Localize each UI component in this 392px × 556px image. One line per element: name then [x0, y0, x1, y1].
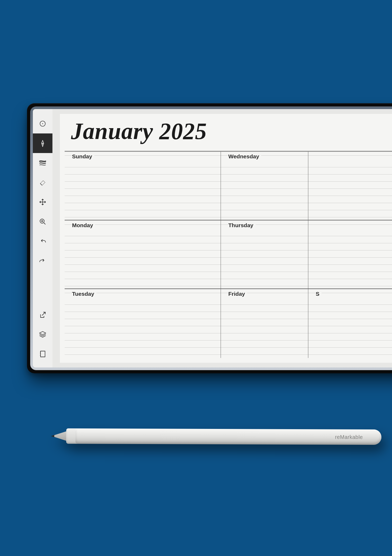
zoom-in-icon[interactable]: [33, 212, 52, 231]
day-cell-wednesday[interactable]: Wednesday: [221, 152, 308, 221]
day-label: Thursday: [228, 222, 256, 228]
day-cell-blank[interactable]: [308, 152, 392, 221]
tablet-bezel: January 2025 Sunday Wednesday: [30, 106, 392, 370]
layers-icon[interactable]: [33, 325, 52, 344]
day-cell-monday[interactable]: Monday: [65, 221, 221, 289]
toolbar: [33, 109, 52, 367]
svg-rect-3: [41, 351, 45, 357]
undo-icon[interactable]: [33, 231, 52, 251]
day-cell-blank[interactable]: [308, 221, 392, 289]
day-cell-tuesday[interactable]: Tuesday: [65, 289, 221, 358]
pen-icon[interactable]: [33, 133, 52, 153]
day-label: Tuesday: [72, 291, 96, 297]
day-cell-thursday[interactable]: Thursday: [221, 221, 308, 289]
export-icon[interactable]: [33, 305, 52, 325]
stylus-pen: reMarkable: [56, 428, 381, 445]
planner-page: January 2025 Sunday Wednesday: [60, 114, 392, 363]
day-label: Monday: [72, 222, 95, 228]
day-label: Wednesday: [228, 153, 261, 160]
week-planner-grid: Sunday Wednesday Monday: [65, 151, 392, 358]
eraser-icon[interactable]: [33, 173, 52, 192]
stroke-icon[interactable]: [33, 153, 52, 173]
tablet-device: January 2025 Sunday Wednesday: [27, 103, 392, 373]
svg-point-1: [42, 123, 43, 124]
day-label: Friday: [228, 291, 247, 297]
stylus-body: reMarkable: [75, 428, 381, 445]
tablet-screen: January 2025 Sunday Wednesday: [33, 109, 392, 367]
page-icon[interactable]: [33, 344, 52, 364]
day-cell-friday[interactable]: Friday: [221, 289, 308, 358]
day-cell-sunday[interactable]: Sunday: [65, 152, 221, 221]
day-cell-saturday[interactable]: S: [308, 289, 392, 358]
options-icon[interactable]: [33, 114, 52, 133]
day-label: Sunday: [72, 153, 94, 160]
stylus-brand-label: reMarkable: [335, 429, 363, 445]
move-icon[interactable]: [33, 192, 52, 212]
redo-icon[interactable]: [33, 251, 52, 271]
day-label: S: [316, 291, 322, 297]
page-title: January 2025: [71, 120, 392, 143]
